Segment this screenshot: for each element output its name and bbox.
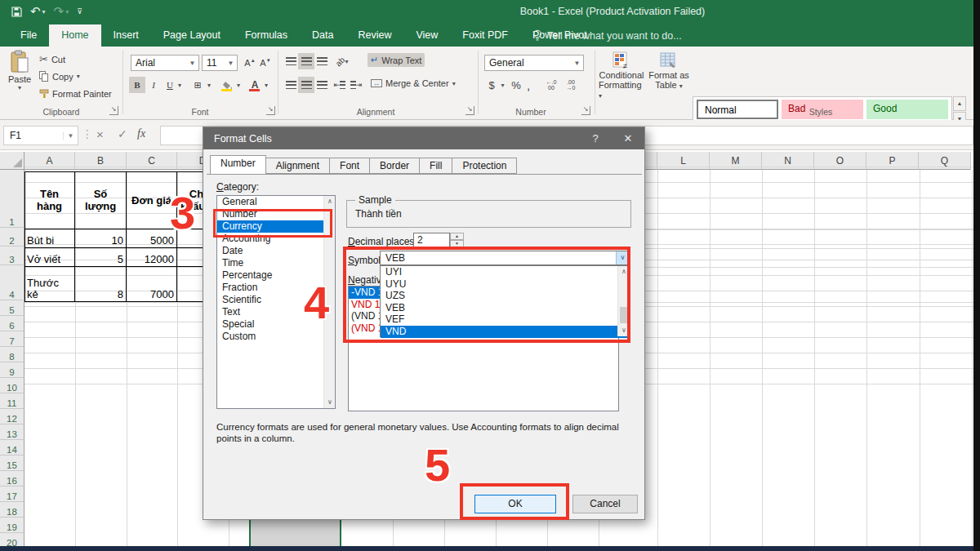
style-good[interactable]: Good [866, 100, 948, 119]
row-header-9[interactable]: 9 [0, 362, 24, 378]
table-cell[interactable]: Vở viết [24, 248, 75, 267]
dialog-tab-fill[interactable]: Fill [420, 158, 452, 174]
symbol-option-vnd[interactable]: VND [381, 326, 629, 338]
cut-button[interactable]: ✂Cut [36, 51, 69, 67]
row-header-1[interactable]: 1 [0, 170, 24, 228]
row-header-17[interactable]: 17 [0, 487, 24, 502]
row-header-4[interactable]: 4 [0, 265, 24, 300]
category-scrollbar[interactable]: ∧ ∨ [323, 196, 335, 408]
table-cell[interactable]: Thước kẻ [24, 267, 75, 302]
dialog-help-button[interactable]: ? [579, 127, 612, 149]
table-cell[interactable]: 12000 [127, 248, 177, 267]
name-box[interactable]: F1 ▼ [3, 126, 78, 145]
cancel-entry-icon[interactable]: × [96, 127, 104, 141]
copy-button[interactable]: Copy▾ [36, 69, 83, 83]
bold-button[interactable]: B [129, 77, 145, 93]
category-item-date[interactable]: Date [217, 245, 335, 257]
undo-button[interactable]: ↶▾ [30, 4, 46, 19]
symbol-option-uyi[interactable]: UYI [381, 266, 617, 278]
wrap-text-button[interactable]: ↵ Wrap Text [368, 53, 425, 67]
comma-style-icon[interactable]: , [523, 77, 533, 93]
percent-style-icon[interactable]: % [510, 77, 523, 93]
row-header-16[interactable]: 16 [0, 471, 24, 487]
tab-insert[interactable]: Insert [101, 24, 151, 47]
accounting-dropdown-icon[interactable]: ▾ [498, 77, 507, 93]
row-header-18[interactable]: 18 [0, 502, 24, 518]
middle-align-icon[interactable] [298, 53, 314, 69]
cancel-button[interactable]: Cancel [572, 495, 638, 513]
dialog-tab-font[interactable]: Font [330, 158, 370, 174]
row-header-6[interactable]: 6 [0, 316, 24, 331]
symbol-option-vef[interactable]: VEF [381, 313, 617, 326]
font-color-dropdown-icon[interactable]: ▾ [261, 77, 271, 93]
decimal-places-spinner[interactable]: ▲ ▼ [450, 233, 464, 247]
fill-color-icon[interactable] [219, 77, 235, 93]
accounting-format-icon[interactable]: $ [485, 77, 498, 93]
symbol-dropdown-list[interactable]: UYIUYUUZSVEBVEFVND ∧ ∨ [380, 265, 630, 337]
category-item-time[interactable]: Time [217, 257, 335, 269]
tab-home[interactable]: Home [49, 24, 100, 47]
font-dialog-launcher[interactable]: ↘ [266, 106, 275, 115]
selected-column-highlight[interactable] [249, 520, 341, 546]
font-name-combo[interactable]: Arial▼ [131, 55, 199, 71]
format-as-table-button[interactable]: Format as Table ▾ [648, 51, 690, 90]
paste-button[interactable]: Paste ▾ [5, 50, 34, 105]
table-cell[interactable]: 5 [75, 248, 127, 267]
category-item-general[interactable]: General [217, 196, 335, 208]
tell-me-box[interactable]: Tell me what you want to do... [532, 29, 682, 42]
category-item-custom[interactable]: Custom [217, 331, 335, 343]
increase-font-icon[interactable]: A▲ [242, 55, 258, 71]
row-header-13[interactable]: 13 [0, 424, 24, 440]
dialog-title-bar[interactable]: Format Cells [203, 127, 644, 149]
italic-button[interactable]: I [145, 77, 162, 93]
symbol-scrollbar[interactable]: ∧ ∨ [617, 266, 629, 336]
dialog-tab-border[interactable]: Border [370, 158, 420, 174]
center-icon[interactable] [298, 77, 314, 93]
save-icon[interactable] [11, 7, 22, 17]
dialog-close-icon[interactable]: ✕ [612, 127, 644, 149]
row-header-3[interactable]: 3 [0, 247, 24, 265]
borders-dropdown-icon[interactable]: ▾ [204, 77, 214, 93]
orientation-icon[interactable]: ab▾ [332, 53, 353, 69]
tab-data[interactable]: Data [300, 24, 345, 47]
merge-center-button[interactable]: ↔ Merge & Center▾ [368, 77, 459, 90]
symbol-combo[interactable]: VEB ∨ [380, 251, 630, 265]
underline-dropdown-icon[interactable]: ▾ [175, 77, 185, 93]
tab-formulas[interactable]: Formulas [233, 24, 300, 47]
align-right-icon[interactable] [314, 77, 330, 93]
table-cell[interactable]: 7000 [127, 267, 177, 302]
category-item-fraction[interactable]: Fraction [217, 282, 335, 294]
enter-entry-icon[interactable]: ✓ [118, 127, 127, 140]
conditional-formatting-button[interactable]: ≠ Conditional Formatting ▾ [599, 51, 644, 100]
decrease-font-icon[interactable]: A▼ [257, 55, 274, 71]
clipboard-dialog-launcher[interactable]: ↘ [109, 106, 118, 115]
table-cell[interactable]: 5000 [127, 229, 177, 248]
row-header-11[interactable]: 11 [0, 393, 24, 409]
redo-button[interactable]: ↷▾ [54, 4, 69, 19]
decimal-places-input[interactable]: 2 [413, 233, 450, 247]
styles-scroll-up-icon[interactable]: ▲ [953, 96, 966, 111]
style-normal[interactable]: Normal [697, 100, 778, 119]
font-color-icon[interactable]: A [247, 77, 263, 93]
tab-review[interactable]: Review [345, 24, 403, 47]
increase-indent-icon[interactable]: ⇥ [348, 77, 364, 93]
row-header-12[interactable]: 12 [0, 409, 24, 424]
decrease-decimal-icon[interactable]: .00 →0 [562, 77, 580, 93]
alignment-dialog-launcher[interactable]: ↘ [466, 106, 474, 115]
tab-view[interactable]: View [403, 24, 450, 47]
top-align-icon[interactable] [283, 53, 299, 69]
number-format-combo[interactable]: General▼ [484, 55, 584, 71]
row-header-15[interactable]: 15 [0, 455, 24, 471]
row-header-7[interactable]: 7 [0, 331, 24, 347]
increase-decimal-icon[interactable]: ←.0 00 [542, 77, 560, 93]
category-item-special[interactable]: Special [217, 318, 335, 331]
category-item-number[interactable]: Number [217, 208, 335, 220]
row-header-20[interactable]: 20 [0, 533, 24, 546]
customize-qat-icon[interactable]: ⊽ [77, 7, 82, 16]
symbol-option-uyu[interactable]: UYU [381, 278, 617, 291]
symbol-option-veb[interactable]: VEB [381, 302, 617, 314]
table-cell[interactable]: 8 [75, 267, 127, 302]
category-item-accounting[interactable]: Accounting [217, 233, 335, 245]
category-item-scientific[interactable]: Scientific [217, 294, 335, 306]
symbol-option-uzs[interactable]: UZS [381, 290, 617, 302]
